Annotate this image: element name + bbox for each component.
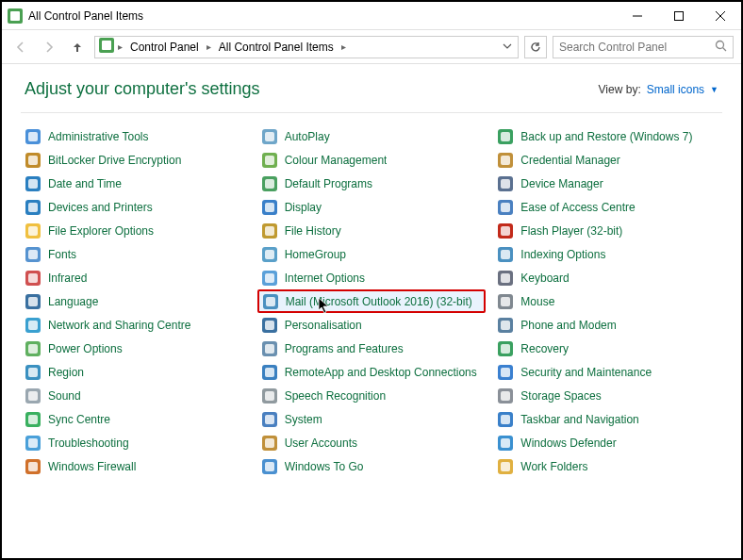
item-sec[interactable]: Security and Maintenance (493, 360, 722, 384)
svg-rect-85 (501, 297, 510, 306)
item-storage[interactable]: Storage Spaces (493, 384, 722, 407)
svg-rect-3 (675, 11, 684, 20)
refresh-button[interactable] (524, 36, 547, 58)
item-label: Phone and Modem (520, 319, 616, 332)
item-ir[interactable]: Infrared (21, 266, 250, 289)
item-ie[interactable]: Internet Options (257, 266, 487, 289)
up-button[interactable] (66, 36, 89, 58)
item-users[interactable]: User Accounts (257, 431, 487, 454)
item-work[interactable]: Work Folders (493, 454, 722, 478)
printer-icon (25, 200, 41, 215)
page-title: Adjust your computer's settings (25, 79, 260, 99)
item-label: Recovery (520, 342, 569, 355)
item-label: Credential Manager (520, 154, 619, 167)
item-clock[interactable]: Date and Time (21, 172, 250, 195)
colors-icon (262, 153, 277, 168)
item-index[interactable]: Indexing Options (493, 242, 722, 266)
item-phone[interactable]: Phone and Modem (493, 313, 722, 337)
back-button[interactable] (9, 36, 32, 58)
search-box[interactable] (553, 36, 734, 58)
item-label: Colour Management (285, 154, 388, 167)
item-display[interactable]: Display (257, 195, 487, 219)
header: Adjust your computer's settings View by:… (2, 64, 741, 107)
viewby-value[interactable]: Small icons (647, 83, 704, 96)
addressbar-icon (99, 38, 114, 56)
item-defprog[interactable]: Default Programs (257, 172, 487, 195)
item-cd[interactable]: AutoPlay (257, 124, 487, 148)
search-icon[interactable] (715, 40, 727, 55)
item-filehist[interactable]: File History (257, 219, 487, 242)
item-label: Indexing Options (520, 248, 605, 261)
svg-rect-87 (501, 321, 510, 330)
item-mouse[interactable]: Mouse (493, 289, 722, 313)
item-mic[interactable]: Speech Recognition (257, 384, 487, 407)
item-label: Windows Defender (520, 436, 616, 450)
item-label: Ease of Access Centre (520, 201, 635, 214)
chevron-right-icon[interactable]: ▸ (206, 41, 211, 52)
item-printer[interactable]: Devices and Printers (21, 195, 250, 219)
item-defender[interactable]: Windows Defender (493, 431, 722, 454)
item-cred[interactable]: Credential Manager (493, 148, 722, 172)
svg-rect-31 (28, 368, 38, 377)
item-fire[interactable]: Windows Firewall (21, 454, 250, 478)
item-globe[interactable]: Region (21, 360, 250, 384)
address-dropdown-button[interactable] (501, 41, 514, 54)
item-folder[interactable]: File Explorer Options (21, 219, 250, 242)
item-kb[interactable]: Keyboard (493, 266, 722, 289)
system-icon (262, 412, 277, 427)
item-recov[interactable]: Recovery (493, 337, 722, 360)
svg-rect-81 (501, 250, 510, 259)
item-tools[interactable]: Administrative Tools (21, 124, 250, 148)
mouse-icon (498, 294, 513, 309)
filehist-icon (262, 223, 277, 239)
item-lang[interactable]: Language (21, 289, 250, 313)
forward-button[interactable] (38, 36, 60, 58)
fire-icon (25, 459, 41, 474)
minimize-button[interactable] (617, 3, 658, 29)
item-wtg[interactable]: Windows To Go (257, 454, 487, 478)
maximize-button[interactable] (658, 3, 700, 29)
item-remote[interactable]: RemoteApp and Desktop Connections (257, 360, 487, 384)
item-label: Work Folders (520, 460, 587, 473)
svg-rect-61 (265, 368, 274, 377)
svg-rect-59 (265, 344, 274, 354)
svg-rect-35 (28, 415, 38, 424)
item-prog[interactable]: Programs and Features (257, 337, 487, 360)
item-backup[interactable]: Back up and Restore (Windows 7) (493, 124, 722, 148)
item-home[interactable]: HomeGroup (257, 242, 487, 266)
item-pers[interactable]: Personalisation (257, 313, 487, 337)
chevron-right-icon[interactable]: ▸ (118, 41, 123, 52)
item-sync[interactable]: Sync Centre (21, 407, 250, 431)
backup-icon (498, 129, 513, 144)
task-icon (498, 412, 513, 427)
folder-icon (25, 223, 41, 239)
item-sound[interactable]: Sound (21, 384, 250, 407)
chevron-right-icon[interactable]: ▸ (341, 41, 346, 52)
item-devmgr[interactable]: Device Manager (493, 172, 722, 195)
item-font[interactable]: Fonts (21, 242, 250, 266)
item-power[interactable]: Power Options (21, 337, 250, 360)
item-ease[interactable]: Ease of Access Centre (493, 195, 722, 219)
breadcrumb-current[interactable]: All Control Panel Items (215, 41, 338, 54)
item-system[interactable]: System (257, 407, 487, 431)
svg-rect-19 (28, 226, 38, 236)
item-mail[interactable]: Mail (Microsoft Outlook 2016) (32-bit) (257, 289, 487, 313)
breadcrumb-root[interactable]: Control Panel (126, 41, 203, 54)
item-lock[interactable]: BitLocker Drive Encryption (21, 148, 250, 172)
svg-point-8 (717, 41, 724, 48)
item-label: Devices and Printers (48, 201, 153, 214)
search-input[interactable] (559, 41, 709, 54)
item-trouble[interactable]: Troubleshooting (21, 431, 250, 454)
item-net[interactable]: Network and Sharing Centre (21, 313, 250, 337)
wtg-icon (262, 459, 277, 474)
svg-rect-95 (501, 415, 510, 424)
viewby[interactable]: View by: Small icons ▼ (599, 83, 718, 96)
cred-icon (498, 153, 513, 168)
item-colors[interactable]: Colour Management (257, 148, 487, 172)
item-task[interactable]: Taskbar and Navigation (493, 407, 722, 431)
item-flash[interactable]: Flash Player (32-bit) (493, 219, 722, 242)
close-button[interactable] (700, 3, 741, 29)
chevron-down-icon[interactable]: ▼ (710, 85, 718, 94)
svg-rect-99 (501, 462, 510, 471)
address-bar[interactable]: ▸ Control Panel ▸ All Control Panel Item… (94, 36, 519, 58)
